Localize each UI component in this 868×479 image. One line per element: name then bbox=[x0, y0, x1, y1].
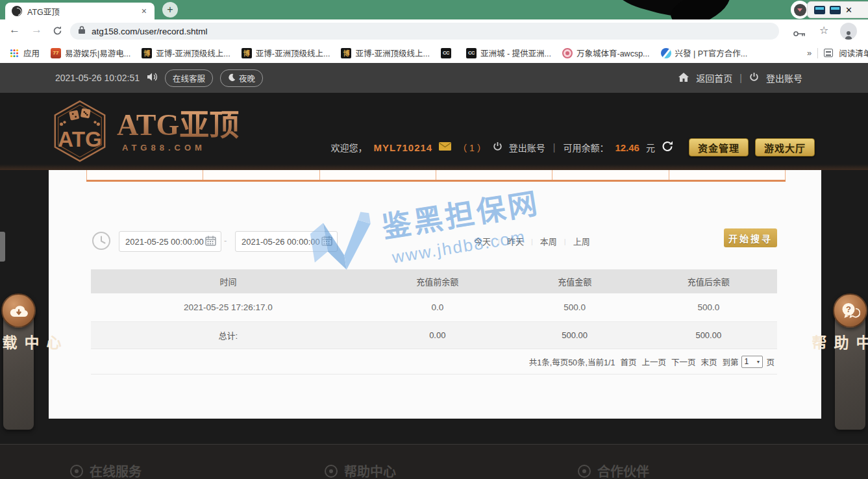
date-from-input[interactable]: 2021-05-25 00:00:00 bbox=[119, 231, 221, 252]
home-link[interactable]: 返回首页 bbox=[696, 71, 732, 84]
quick-link-yesterday[interactable]: 昨天 bbox=[507, 235, 524, 247]
night-mode-button[interactable]: 夜晚 bbox=[220, 69, 263, 87]
window-close-icon[interactable]: ✕ bbox=[845, 5, 852, 15]
username: MYL710214 bbox=[373, 142, 432, 153]
divider: | bbox=[564, 238, 566, 245]
cell-total-after: 500.00 bbox=[640, 322, 777, 349]
col-header-balance-before: 充值前余额 bbox=[366, 269, 510, 293]
bookmark-item[interactable]: CC bbox=[441, 48, 455, 58]
service-icon bbox=[70, 465, 83, 478]
search-button[interactable]: 开始搜寻 bbox=[724, 228, 777, 247]
window-minimize-icon[interactable] bbox=[830, 6, 841, 14]
window-restore-icon[interactable] bbox=[814, 6, 825, 14]
logo-hexagon-icon: ATG bbox=[51, 100, 109, 162]
left-edge-handle[interactable] bbox=[0, 232, 5, 262]
bookmark-label: 兴發 | PT官方合作... bbox=[675, 47, 748, 59]
bookmark-apps[interactable]: 应用 bbox=[9, 47, 40, 59]
date-to-input[interactable]: 2021-05-26 00:00:00 bbox=[235, 231, 338, 252]
site-logo[interactable]: ATG ATG亚顶 ATG88.COM bbox=[51, 100, 239, 162]
cloud-download-icon[interactable] bbox=[1, 293, 36, 328]
calendar-icon[interactable] bbox=[205, 236, 216, 248]
date-range-dash: - bbox=[224, 236, 227, 245]
xingfa-icon bbox=[661, 48, 671, 58]
help-chat-icon[interactable]: ? bbox=[833, 293, 867, 328]
bookmark-item[interactable]: 兴發 | PT官方合作... bbox=[661, 47, 748, 59]
overflow-chevrons-icon[interactable]: » bbox=[807, 48, 812, 58]
topbar-right: 返回首页 | 登出账号 bbox=[678, 71, 802, 84]
new-tab-button[interactable]: + bbox=[162, 2, 178, 18]
back-icon[interactable]: ← bbox=[9, 23, 20, 36]
footer-section-title: 帮助中心 bbox=[344, 461, 396, 479]
nav-tab[interactable] bbox=[319, 170, 436, 180]
footer-help-center: 帮助中心 bbox=[325, 461, 396, 479]
bookmark-item[interactable]: 博 亚博-亚洲顶级线上... bbox=[341, 47, 430, 59]
game-lobby-button[interactable]: 游戏大厅 bbox=[755, 138, 815, 156]
yabo-icon: 博 bbox=[142, 48, 152, 58]
browser-tab[interactable]: ATG亚顶 × bbox=[5, 3, 155, 19]
pagination-bar: 共1条,每页50条,当前1/1 首页 上一页 下一页 末页 到第 1 ▼ 页 bbox=[91, 349, 777, 375]
profile-avatar-icon[interactable] bbox=[840, 23, 857, 40]
pagination-next[interactable]: 下一页 bbox=[671, 356, 696, 368]
window-controls[interactable]: ✕ bbox=[807, 1, 868, 18]
address-bar[interactable]: atg158.com/user/record.shtml bbox=[70, 23, 779, 40]
site-favicon-icon bbox=[12, 6, 22, 16]
nav-tab[interactable] bbox=[436, 170, 552, 180]
logout-link[interactable]: 登出账号 bbox=[766, 71, 802, 84]
refresh-icon[interactable] bbox=[662, 141, 674, 154]
help-icon bbox=[325, 465, 338, 478]
quick-link-this-week[interactable]: 本周 bbox=[540, 235, 557, 247]
help-center-label: 帮助中心 bbox=[807, 335, 868, 358]
nav-tab[interactable] bbox=[669, 170, 786, 180]
pagination-last[interactable]: 末页 bbox=[701, 356, 717, 368]
clock-icon bbox=[92, 231, 111, 253]
logo-monogram: ATG bbox=[58, 127, 102, 151]
pagination-prev[interactable]: 上一页 bbox=[641, 356, 666, 368]
nav-tab[interactable] bbox=[552, 170, 668, 180]
bookmark-item[interactable]: 博 亚博-亚洲顶级线上... bbox=[142, 47, 230, 59]
date-from-value: 2021-05-25 00:00:00 bbox=[125, 237, 204, 247]
message-count[interactable]: （ 1 ） bbox=[458, 141, 486, 154]
bookmark-star-icon[interactable]: ☆ bbox=[819, 24, 828, 36]
envelope-icon[interactable] bbox=[439, 142, 451, 153]
records-table: 时间 充值前余额 充值金额 充值后余额 2021-05-25 17:26:17.… bbox=[91, 269, 777, 375]
bookmark-item[interactable]: 77 易游娱乐|易游电... bbox=[51, 47, 130, 59]
bookmarks-bar: 应用 77 易游娱乐|易游电... 博 亚博-亚洲顶级线上... 博 亚博-亚洲… bbox=[0, 43, 868, 63]
online-service-button[interactable]: 在线客服 bbox=[165, 69, 213, 87]
cc-icon: CC bbox=[441, 48, 451, 58]
reading-list-label[interactable]: 阅读清单 bbox=[839, 47, 868, 59]
divider: | bbox=[531, 238, 533, 245]
footer-section-title: 合作伙伴 bbox=[597, 461, 649, 479]
pagination-first[interactable]: 首页 bbox=[620, 356, 636, 368]
funds-management-button[interactable]: 资金管理 bbox=[689, 138, 749, 156]
balance-label: 可用余额： bbox=[563, 141, 608, 154]
reading-list-icon[interactable] bbox=[824, 49, 833, 57]
forward-icon[interactable]: → bbox=[31, 23, 42, 36]
bookmark-item[interactable]: CC 亚洲城 - 提供亚洲... bbox=[466, 47, 551, 59]
logout-link[interactable]: 登出账号 bbox=[509, 141, 545, 154]
tab-close-icon[interactable]: × bbox=[139, 6, 149, 16]
lock-icon bbox=[78, 25, 86, 37]
quick-link-today[interactable]: 今天 bbox=[474, 235, 491, 247]
site-header: ATG ATG亚顶 ATG88.COM 欢迎您， MYL710214 （ 1 ）… bbox=[0, 93, 868, 170]
url-text: atg158.com/user/record.shtml bbox=[92, 27, 208, 36]
screen: ATG亚顶 × + ✕ ← → atg158.com/user/record.s… bbox=[0, 0, 868, 479]
balance-value: 12.46 bbox=[615, 142, 639, 153]
balance-unit: 元 bbox=[646, 141, 655, 154]
password-key-icon[interactable] bbox=[793, 28, 806, 40]
bookmark-item[interactable]: 万象城体育-awcsp... bbox=[562, 47, 650, 59]
speaker-icon[interactable] bbox=[147, 72, 158, 84]
nav-tab[interactable] bbox=[203, 170, 319, 180]
cell-balance-before: 0.0 bbox=[366, 293, 510, 321]
browser-profile-avatar[interactable] bbox=[791, 1, 809, 19]
bookmark-label: 亚洲城 - 提供亚洲... bbox=[480, 47, 551, 59]
bookmark-item[interactable]: 博 亚博-亚洲顶级线上... bbox=[242, 47, 330, 59]
power-icon bbox=[749, 72, 759, 84]
footer-online-service: 在线服务 bbox=[70, 461, 142, 479]
moon-icon bbox=[228, 73, 236, 83]
page-select[interactable]: 1 ▼ bbox=[741, 356, 763, 368]
home-icon bbox=[678, 73, 689, 84]
reload-icon[interactable] bbox=[52, 25, 63, 39]
calendar-icon[interactable] bbox=[321, 236, 332, 248]
quick-link-last-week[interactable]: 上周 bbox=[573, 235, 590, 247]
nav-tab[interactable] bbox=[86, 170, 203, 180]
